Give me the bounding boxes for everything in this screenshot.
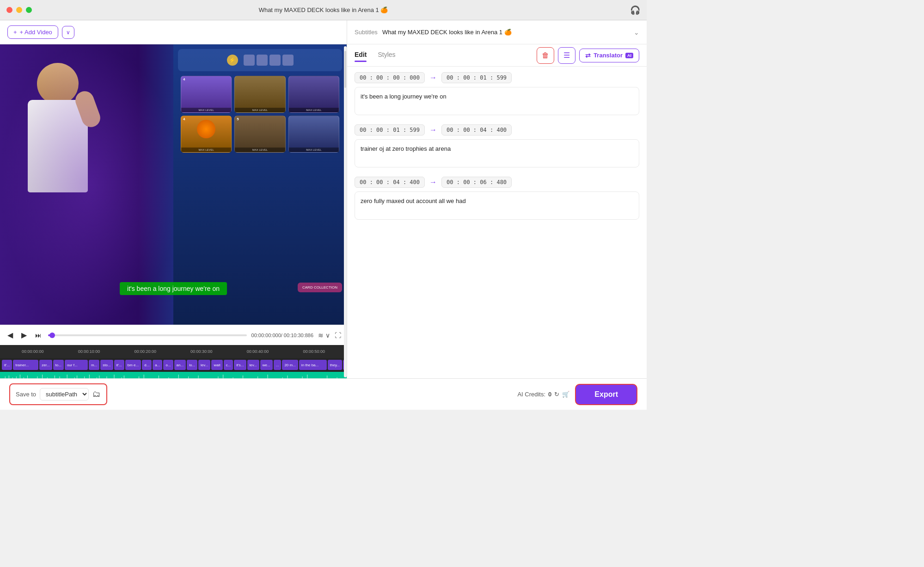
subtitle-chip[interactable]: to...	[53, 360, 64, 370]
save-label: Save to	[16, 391, 36, 398]
maximize-button[interactable]	[26, 7, 32, 13]
ruler-tick-1: 00:00:10:00	[61, 349, 117, 354]
window-title: What my MAXED DECK looks like in Arena 1…	[259, 6, 388, 13]
subtitle-chip[interactable]: our f...	[65, 360, 88, 370]
subtitle-overlay: it's been a long journey we're on	[120, 282, 227, 295]
subtitle-chip[interactable]: m...	[89, 360, 99, 370]
step-forward-button[interactable]: ⏭	[33, 331, 43, 340]
subtitle-chip[interactable]: it'...	[2, 360, 12, 370]
tab-edit[interactable]: Edit	[355, 51, 367, 60]
arrow-icon-2: →	[429, 178, 437, 186]
subtitle-chip[interactable]: in the ba...	[299, 360, 327, 370]
translator-icon: ⇄	[585, 52, 591, 59]
start-time-0[interactable]: 00 : 00 : 00 : 000	[355, 72, 425, 83]
close-button[interactable]	[6, 7, 12, 13]
subtitle-text-2[interactable]	[355, 191, 639, 220]
subtitle-text-1[interactable]	[355, 139, 639, 167]
subtitle-entry-1: 00 : 00 : 01 : 599 → 00 : 00 : 04 : 400	[355, 124, 639, 169]
time-range-1: 00 : 00 : 01 : 599 → 00 : 00 : 04 : 400	[355, 124, 639, 136]
subtitle-chip[interactable]: we...	[260, 360, 273, 370]
subtitle-header: Subtitles What my MAXED DECK looks like …	[347, 20, 647, 44]
main-layout: + + Add Video ∨	[0, 20, 647, 410]
subtitle-chip[interactable]: sto...	[100, 360, 113, 370]
export-button[interactable]: Export	[575, 384, 637, 405]
cart-icon-bottom[interactable]: 🛒	[562, 391, 569, 398]
path-select[interactable]: subtitlePath	[40, 388, 89, 401]
waveform-button[interactable]: ≋ ∨	[318, 332, 330, 339]
subtitle-chip[interactable]: trainer...	[13, 360, 38, 370]
timeline-ruler: 00:00:00:00 00:00:10:00 00:00:20:00 00:0…	[0, 345, 347, 358]
ai-credits-bottom: AI Credits: 0 ↻ 🛒	[517, 391, 569, 398]
subtitle-chip[interactable]: wait	[211, 360, 222, 370]
subtitle-chip[interactable]: ...	[274, 360, 281, 370]
subtitle-chip[interactable]: o...	[163, 360, 173, 370]
translator-button[interactable]: ⇄ Translator AI	[579, 49, 639, 62]
video-area: ⚡ 4 MAX LEVEL MAX LEVEL MA	[0, 44, 347, 325]
subtitle-chip[interactable]: lev...	[247, 360, 259, 370]
folder-button[interactable]: 🗂	[92, 389, 101, 399]
progress-bar[interactable]	[48, 334, 247, 336]
list-button[interactable]: ☰	[558, 47, 575, 64]
end-time-0[interactable]: 00 : 00 : 01 : 599	[441, 72, 512, 83]
list-icon: ☰	[563, 51, 570, 60]
subtitle-chip[interactable]: 20 m...	[282, 360, 298, 370]
ruler-tick-4: 00:00:40:00	[230, 349, 286, 354]
subtitle-chip[interactable]: d...	[142, 360, 152, 370]
subtitle-chip[interactable]: a...	[153, 360, 162, 370]
subtitle-entry-0: 00 : 00 : 00 : 000 → 00 : 00 : 01 : 599	[355, 72, 639, 117]
subtitle-chip[interactable]: zer...	[39, 360, 52, 370]
add-video-button[interactable]: + + Add Video	[7, 25, 58, 39]
left-panel: + + Add Video ∨	[0, 20, 347, 410]
ruler-tick-2: 00:00:20:00	[117, 349, 173, 354]
subtitle-chip[interactable]: lo...	[187, 360, 197, 370]
play-button[interactable]: ▶	[19, 330, 29, 340]
rewind-button[interactable]: ◀	[6, 330, 15, 340]
start-time-1[interactable]: 00 : 00 : 01 : 599	[355, 124, 425, 136]
time-display: 00:00:00:000/ 00:10:30:886	[251, 333, 314, 338]
subtitle-chip[interactable]: c...	[224, 360, 233, 370]
refresh-icon-bottom[interactable]: ↻	[554, 391, 559, 398]
tabs-actions: 🗑 ☰ ⇄ Translator AI	[537, 47, 639, 64]
arrow-icon-0: →	[429, 74, 437, 82]
ruler-tick-5: 00:00:50:00	[286, 349, 342, 354]
subtitle-chip[interactable]: it'...	[114, 360, 124, 370]
subtitle-chip[interactable]: they...	[328, 360, 342, 370]
ai-credits-value-bottom: 0	[548, 391, 551, 398]
ruler-tick-0: 00:00:00:00	[5, 349, 61, 354]
progress-thumb	[49, 333, 55, 338]
delete-button[interactable]: 🗑	[537, 47, 554, 64]
tabs-bar: Edit Styles 🗑 ☰ ⇄ Translator AI	[347, 44, 647, 67]
delete-icon: 🗑	[542, 51, 549, 60]
subtitle-chip[interactable]: it's...	[234, 360, 246, 370]
subtitle-entry-2: 00 : 00 : 04 : 400 → 00 : 00 : 06 : 480	[355, 177, 639, 222]
minimize-button[interactable]	[16, 7, 22, 13]
subtitle-chip[interactable]: an...	[174, 360, 186, 370]
translator-label: Translator	[594, 52, 623, 59]
subtitle-chip[interactable]: lev...	[198, 360, 210, 370]
subtitle-chip[interactable]: bm e...	[125, 360, 141, 370]
end-time-1[interactable]: 00 : 00 : 04 : 400	[441, 124, 512, 136]
subtitle-title: What my MAXED DECK looks like in Arena 1…	[382, 29, 629, 36]
headphone-icon: 🎧	[630, 5, 640, 15]
subtitle-dropdown-arrow[interactable]: ⌄	[634, 29, 639, 36]
toolbar: + + Add Video ∨	[0, 20, 347, 44]
right-panel: Subtitles What my MAXED DECK looks like …	[347, 20, 647, 410]
time-range-2: 00 : 00 : 04 : 400 → 00 : 00 : 06 : 480	[355, 177, 639, 188]
fullscreen-button[interactable]: ⛶	[335, 332, 341, 339]
folder-icon: 🗂	[92, 389, 101, 399]
subtitle-text-0[interactable]	[355, 87, 639, 115]
tab-styles[interactable]: Styles	[378, 51, 395, 60]
chevron-down-icon: ∨	[66, 29, 70, 36]
traffic-lights	[6, 7, 32, 13]
save-to-section: Save to subtitlePath 🗂	[9, 383, 107, 405]
start-time-2[interactable]: 00 : 00 : 04 : 400	[355, 177, 425, 188]
titlebar: What my MAXED DECK looks like in Arena 1…	[0, 0, 647, 20]
add-video-label: + Add Video	[20, 29, 52, 36]
subtitle-text: it's been a long journey we're on	[127, 285, 220, 292]
export-section: AI Credits: 0 ↻ 🛒 Export	[517, 384, 637, 405]
end-time-2[interactable]: 00 : 00 : 06 : 480	[441, 177, 512, 188]
add-video-dropdown[interactable]: ∨	[62, 26, 74, 39]
ruler-tick-3: 00:00:30:00	[173, 349, 230, 354]
ai-credits-label-bottom: AI Credits:	[517, 391, 545, 398]
arrow-icon-1: →	[429, 126, 437, 134]
